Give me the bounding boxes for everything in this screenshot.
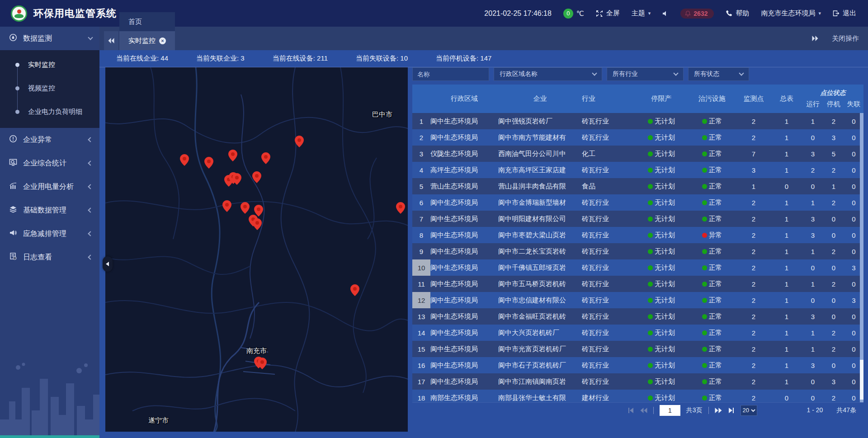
sidebar-group-6[interactable]: 日志查看	[0, 245, 99, 269]
logout-button[interactable]: 退出	[833, 9, 856, 18]
cell-run-count: 3	[802, 215, 823, 223]
cell-meter-count: 1	[771, 297, 802, 304]
industry-filter-select[interactable]: 所有行业	[607, 67, 684, 81]
fullscreen-button[interactable]: 全屏	[596, 9, 620, 18]
cell-stop-status: 无计划	[635, 198, 688, 207]
region-filter-select[interactable]: 行政区域名称	[494, 67, 602, 81]
table-row[interactable]: 14阆中生态环境局阆中大兴页岩机砖厂砖瓦行业无计划正常21120	[412, 325, 863, 341]
cell-industry: 砖瓦行业	[582, 133, 635, 142]
cell-company: 南充市高坪区王家店建	[498, 166, 582, 174]
map-pin-icon[interactable]	[228, 150, 237, 161]
map-pin-icon[interactable]	[261, 152, 270, 164]
status-dot-green	[648, 379, 653, 384]
page-size-select[interactable]: 20	[741, 405, 757, 416]
table-row[interactable]: 17阆中生态环境局阆中市江南镇阆南页岩砖瓦行业无计划正常21030	[412, 373, 863, 390]
map-pin-icon[interactable]	[252, 171, 261, 183]
table-row[interactable]: 12阆中生态环境局阆中市忠信建材有限公砖瓦行业无计划正常21003	[412, 292, 863, 308]
tab-首页[interactable]: 首页	[119, 12, 175, 31]
row-index: 12	[412, 292, 430, 308]
sidebar-item-企业电力负荷明细[interactable]: 企业电力负荷明细	[0, 100, 99, 123]
table-row[interactable]: 3仪陇生态环境局西南油气田分公司川中化工无计划正常71350	[412, 146, 863, 162]
status-filter-select[interactable]: 所有状态	[688, 67, 749, 81]
notifications-button[interactable]: 2632	[680, 9, 714, 19]
map-pin-icon[interactable]	[253, 218, 262, 230]
pagination-bar: 共3页	[412, 402, 863, 418]
cell-stop-status: 无计划	[635, 166, 688, 174]
map-canvas[interactable]: 巴中市南充市遂宁市	[105, 67, 408, 432]
cell-meter-count: 1	[771, 166, 802, 174]
map-pin-icon[interactable]	[232, 173, 241, 185]
mute-button[interactable]	[662, 10, 669, 17]
sidebar-group-5[interactable]: 应急减排管理	[0, 222, 99, 245]
table-row[interactable]: 13阆中生态环境局阆中市金福旺页岩机砖砖瓦行业无计划正常21300	[412, 308, 863, 325]
table-row[interactable]: 5营山生态环境局营山县润丰肉食品有限食品无计划正常10010	[412, 178, 863, 194]
map-pin-icon[interactable]	[241, 202, 250, 214]
close-operations-button[interactable]: 关闭操作	[832, 34, 859, 43]
table-row[interactable]: 16阆中生态环境局阆中市石子页岩机砖厂砖瓦行业无计划正常21300	[412, 357, 863, 373]
sidebar-group-1[interactable]: 企业异常	[0, 128, 99, 151]
map-pin-icon[interactable]	[222, 200, 231, 212]
map-pin-icon[interactable]	[180, 154, 189, 166]
cell-run-count: 0	[802, 297, 823, 304]
cell-run-count: 2	[802, 166, 823, 174]
cell-halt-count: 2	[823, 280, 844, 288]
sidebar-group-4[interactable]: 基础数据管理	[0, 198, 99, 222]
chevron-down-icon	[673, 71, 678, 75]
sidebar-item-视频监控[interactable]: 视频监控	[0, 76, 99, 100]
scrollbar-thumb[interactable]	[860, 360, 863, 400]
table-row[interactable]: 7阆中生态环境局阆中明阳建材有限公司砖瓦行业无计划正常21300	[412, 211, 863, 227]
status-summary-bar: 当前在线企业: 44当前失联企业: 3当前在线设备: 211当前失联设备: 10…	[99, 50, 868, 67]
cell-run-count: 3	[802, 313, 823, 320]
table-row[interactable]: 4高坪生态环境局南充市高坪区王家店建砖瓦行业无计划正常31220	[412, 162, 863, 178]
pagination-divider	[653, 407, 654, 414]
sidebar-group-2[interactable]: 企业综合统计	[0, 151, 99, 175]
map-pin-icon[interactable]	[258, 358, 267, 369]
prev-page-button[interactable]	[640, 408, 647, 413]
cell-facility-status: 正常	[688, 215, 736, 223]
sidebar-group-0[interactable]: 数据监测	[0, 27, 99, 50]
table-row[interactable]: 15阆中生态环境局阆中市光富页岩机砖厂砖瓦行业无计划正常21120	[412, 341, 863, 357]
status-filter-value: 所有状态	[694, 70, 719, 78]
help-button[interactable]: 帮助	[726, 9, 749, 18]
table-row[interactable]: 1阆中生态环境局阆中强锐页岩砖厂砖瓦行业无计划正常21120	[412, 113, 863, 129]
cell-company: 阆中明阳建材有限公司	[498, 215, 582, 223]
sidebar-group-3[interactable]: 企业用电量分析	[0, 175, 99, 198]
page-number-input[interactable]	[660, 405, 680, 416]
close-icon[interactable]: ×	[159, 38, 166, 44]
map-pin-icon[interactable]	[295, 136, 304, 147]
theme-dropdown[interactable]: 主题 ▾	[632, 9, 651, 18]
tab-实时监控[interactable]: 实时监控×	[119, 31, 175, 50]
map-pin-icon[interactable]	[396, 202, 405, 214]
tabs-scroll-left-button[interactable]	[104, 31, 118, 50]
map-pin-icon[interactable]	[350, 284, 359, 296]
table-row[interactable]: 8阆中生态环境局阆中市枣碧大梁山页岩砖瓦行业无计划异常21300	[412, 227, 863, 243]
table-row[interactable]: 2阆中生态环境局阆中市南方节能建材有砖瓦行业无计划正常21030	[412, 129, 863, 146]
name-filter-input[interactable]	[412, 67, 489, 81]
cell-company: 西南油气田分公司川中	[498, 150, 582, 158]
organization-label: 南充市生态环境局	[761, 9, 815, 18]
table-row[interactable]: 10阆中生态环境局阆中千佛镇五郎垭页岩砖瓦行业无计划正常21003	[412, 259, 863, 276]
map-city-label: 南充市	[246, 347, 267, 355]
map-pin-icon[interactable]	[204, 157, 213, 169]
point-status-group-title: 点位状态	[802, 89, 863, 97]
sidebar-item-实时监控[interactable]: 实时监控	[0, 53, 99, 76]
cell-company: 阆中市石子页岩机砖厂	[498, 361, 582, 370]
cell-facility-status: 正常	[688, 166, 736, 174]
table-row[interactable]: 6阆中生态环境局阆中市金博瑞新型墙材砖瓦行业无计划正常21120	[412, 194, 863, 211]
organization-dropdown[interactable]: 南充市生态环境局 ▾	[761, 9, 821, 18]
table-scrollbar[interactable]	[860, 113, 863, 402]
sidebar-collapse-button[interactable]	[103, 256, 113, 272]
col-header-index	[412, 85, 430, 113]
first-page-button[interactable]	[627, 408, 634, 413]
status-dot-green	[648, 265, 653, 270]
table-row[interactable]: 9阆中生态环境局阆中市二龙长宝页岩砖砖瓦行业无计划正常21120	[412, 243, 863, 259]
row-index: 6	[412, 194, 430, 211]
next-page-button[interactable]	[715, 408, 722, 413]
chevron-left-icon	[88, 160, 93, 165]
double-chevron-right-icon[interactable]	[812, 36, 818, 41]
log-icon	[9, 252, 17, 262]
table-row[interactable]: 11阆中生态环境局阆中市五马桥页岩机砖砖瓦行业无计划正常21120	[412, 276, 863, 292]
last-page-button[interactable]	[728, 408, 735, 413]
table-row[interactable]: 18南部生态环境局南部县张华士敏土有限建材行业无计划正常20020	[412, 390, 863, 402]
total-pages-label: 共3页	[686, 406, 703, 414]
